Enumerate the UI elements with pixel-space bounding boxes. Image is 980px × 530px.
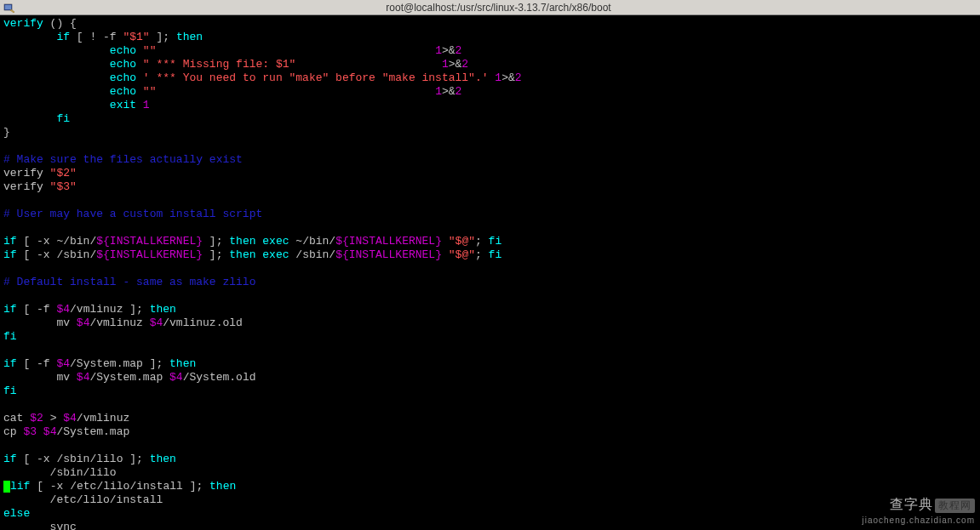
code-token: ${INSTALLKERNEL}	[335, 248, 442, 261]
code-token: /vmlinuz	[89, 316, 149, 329]
code-token: exec	[262, 248, 289, 261]
code-token: ${INSTALLKERNEL}	[96, 235, 203, 248]
code-line: verify "$3"	[3, 180, 977, 194]
code-token: 1	[143, 99, 150, 111]
code-token: [ -x ~/bin/	[17, 235, 97, 248]
code-line: mv $4/vmlinuz $4/vmlinuz.old	[3, 316, 977, 330]
code-token: verify	[3, 17, 43, 30]
code-token: ;	[475, 248, 489, 261]
code-token: lif	[10, 480, 30, 493]
code-line: }	[3, 126, 977, 140]
code-line: if [ -f $4/System.map ]; then	[3, 357, 977, 371]
code-token: "$@"	[449, 248, 475, 261]
code-line: # Make sure the files actually exist	[3, 153, 977, 167]
code-token: 2	[515, 71, 522, 84]
code-token: then	[229, 248, 255, 261]
code-token: 1	[442, 58, 449, 71]
code-token: /vmlinuz	[77, 412, 129, 425]
code-token: /etc/lilo/install	[3, 493, 163, 506]
code-token: else	[3, 507, 30, 520]
code-token: ];	[203, 248, 229, 261]
code-token: echo	[110, 85, 136, 98]
code-token	[3, 31, 56, 43]
code-token: /sbin/lilo	[3, 466, 117, 479]
code-token: "$3"	[50, 180, 77, 193]
code-token	[3, 58, 110, 71]
code-token: fi	[489, 248, 502, 261]
code-token: then	[169, 357, 196, 370]
code-token: verify	[3, 180, 50, 193]
code-token: fi	[489, 235, 502, 248]
code-line: echo " *** Missing file: $1" 1>&2	[3, 58, 977, 71]
code-token: cat	[3, 412, 30, 425]
code-token: [ -x /sbin/	[17, 248, 97, 261]
code-line: # User may have a custom install script	[3, 208, 977, 221]
code-token: /System.old	[183, 371, 256, 384]
code-token: echo	[110, 71, 136, 84]
code-line	[3, 398, 977, 412]
code-line	[3, 344, 977, 357]
watermark: 查字典教程网 jiaocheng.chazidian.com	[862, 496, 975, 525]
svg-rect-1	[5, 5, 11, 9]
code-token	[37, 425, 43, 438]
window-title: root@localhost:/usr/src/linux-3.13.7/arc…	[20, 2, 977, 14]
code-line: fi	[3, 330, 977, 344]
code-line: cat $2 > $4/vmlinuz	[3, 412, 977, 425]
code-line: if [ -x ~/bin/${INSTALLKERNEL} ]; then e…	[3, 235, 977, 248]
code-token: ];	[203, 235, 229, 248]
code-token: >	[43, 412, 63, 425]
code-token: /vmlinuz ];	[70, 303, 150, 316]
code-token	[136, 99, 143, 111]
code-token	[442, 248, 449, 261]
code-token: if	[3, 453, 17, 465]
code-token	[3, 44, 110, 57]
code-line: echo ' *** You need to run "make" before…	[3, 71, 977, 85]
code-token: then	[150, 453, 176, 465]
code-token: () {	[43, 17, 77, 30]
code-token	[156, 85, 435, 98]
code-token: $3	[23, 425, 37, 438]
code-token: "$2"	[50, 167, 77, 180]
code-line: if [ -x /sbin/lilo ]; then	[3, 453, 977, 466]
code-token: "$@"	[449, 235, 475, 248]
code-token: [ -x /etc/lilo/install ];	[30, 480, 209, 493]
code-line	[3, 194, 977, 208]
terminal-body[interactable]: verify () { if [ ! -f "$1" ]; then echo …	[0, 15, 980, 530]
code-token: ' *** You need to run "make" before "mak…	[143, 71, 489, 84]
code-token	[3, 85, 110, 98]
code-token: exit	[110, 99, 136, 111]
code-token: fi	[3, 330, 17, 343]
code-token: ~/bin/	[289, 235, 336, 248]
code-line: if [ ! -f "$1" ]; then	[3, 31, 977, 44]
code-token: ""	[143, 85, 157, 98]
code-token	[136, 85, 143, 98]
code-token	[136, 44, 143, 57]
code-token: }	[3, 126, 10, 139]
code-token: /vmlinuz.old	[163, 316, 243, 329]
code-token: $4	[63, 412, 77, 425]
code-token: [ ! -f	[70, 31, 123, 43]
code-token: if	[3, 357, 17, 370]
code-line: fi	[3, 112, 977, 126]
code-line	[3, 289, 977, 303]
code-token: echo	[110, 44, 136, 57]
code-token: ;	[475, 235, 489, 248]
code-token: 2	[456, 44, 462, 57]
code-line: mv $4/System.map $4/System.old	[3, 371, 977, 385]
code-token: echo	[110, 58, 136, 71]
code-line	[3, 439, 977, 453]
code-token: exec	[262, 235, 289, 248]
putty-icon	[3, 2, 15, 14]
code-line: verify "$2"	[3, 167, 977, 180]
code-line: elif [ -x /etc/lilo/install ]; then	[3, 480, 977, 493]
code-token: then	[209, 480, 236, 493]
code-line: echo "" 1>&2	[3, 44, 977, 58]
code-token	[442, 235, 449, 248]
code-token: "$1"	[123, 31, 149, 43]
code-line: sync	[3, 521, 977, 530]
code-token: $4	[169, 371, 183, 384]
code-line: /etc/lilo/install	[3, 493, 977, 507]
code-token: mv	[3, 371, 77, 384]
code-token: /System.map ];	[70, 357, 169, 370]
code-token: 1	[495, 71, 501, 84]
